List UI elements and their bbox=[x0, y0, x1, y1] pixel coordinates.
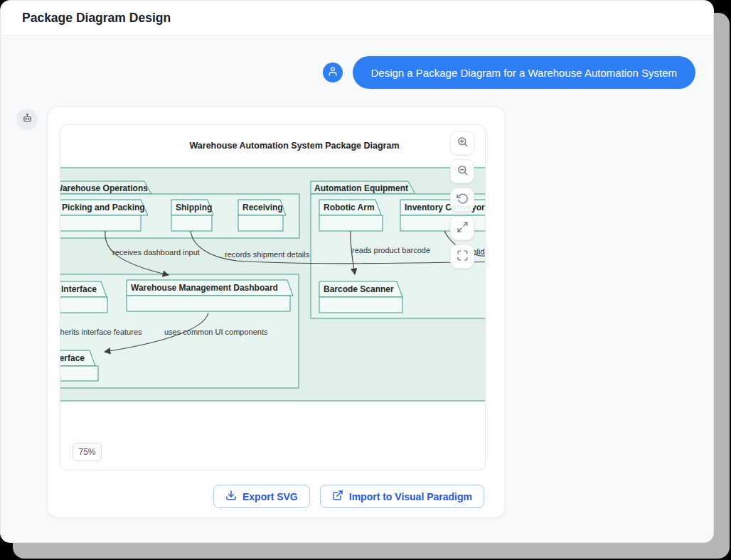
package-label: Warehouse Operations bbox=[60, 183, 148, 193]
package-picking-and-packing: Picking and Packing bbox=[60, 200, 148, 231]
fullscreen-button[interactable] bbox=[450, 216, 474, 240]
import-visual-paradigm-button[interactable]: Import to Visual Paradigm bbox=[320, 485, 484, 508]
package-label: Robotic Arm bbox=[324, 203, 375, 212]
user-message-row: Design a Package Diagram for a Warehouse… bbox=[323, 56, 696, 89]
package-label: Interface bbox=[60, 353, 85, 363]
reset-view-button[interactable] bbox=[450, 188, 474, 212]
package-diagram: Warehouse Automation System Package Diag… bbox=[60, 125, 486, 470]
user-avatar bbox=[323, 63, 343, 82]
edge-label-records: records shipment details bbox=[225, 250, 310, 259]
edge-label-uses: uses common UI components bbox=[164, 328, 268, 336]
package-barcode-scanner: Barcode Scanner bbox=[319, 281, 402, 313]
fullscreen-icon bbox=[457, 221, 469, 236]
zoom-in-button[interactable] bbox=[450, 131, 474, 155]
package-label: Receiving bbox=[242, 203, 283, 212]
export-svg-button[interactable]: Export SVG bbox=[213, 485, 310, 508]
bot-response-card: Warehouse Automation System Package Diag… bbox=[47, 106, 506, 518]
page-title: Package Diagram Design bbox=[22, 11, 171, 26]
package-warehouse-management-dashboard: Warehouse Management Dashboard bbox=[127, 280, 293, 311]
zoom-out-button[interactable] bbox=[450, 159, 474, 183]
package-label: Warehouse Management Dashboard bbox=[131, 283, 278, 293]
fit-view-button[interactable] bbox=[450, 244, 474, 269]
zoom-in-icon bbox=[457, 136, 469, 151]
export-svg-label: Export SVG bbox=[242, 491, 298, 502]
zoom-controls bbox=[450, 131, 474, 269]
chat-content-area: Design a Package Diagram for a Warehouse… bbox=[1, 36, 713, 543]
bot-avatar bbox=[16, 109, 38, 130]
edge-label-receives: receives dashboard input bbox=[112, 248, 200, 257]
diagram-title: Warehouse Automation System Package Diag… bbox=[190, 141, 400, 151]
import-visual-paradigm-label: Import to Visual Paradigm bbox=[349, 491, 472, 502]
external-link-icon bbox=[332, 490, 343, 503]
app-window: Package Diagram Design Design a Package … bbox=[0, 0, 714, 543]
package-shipping: Shipping bbox=[171, 200, 213, 231]
package-label: Automation Equipment bbox=[314, 183, 408, 193]
zoom-out-icon bbox=[457, 164, 469, 179]
diagram-canvas[interactable]: Warehouse Automation System Package Diag… bbox=[60, 124, 486, 470]
package-interface-top: Interface bbox=[60, 281, 107, 313]
package-label: Shipping bbox=[176, 203, 212, 212]
edge-label-reads: reads product barcode bbox=[352, 246, 430, 254]
download-icon bbox=[225, 490, 237, 503]
user-icon bbox=[327, 65, 338, 80]
user-message-bubble: Design a Package Diagram for a Warehouse… bbox=[353, 56, 696, 89]
package-robotic-arm: Robotic Arm bbox=[319, 200, 383, 231]
reset-view-icon bbox=[457, 193, 469, 208]
zoom-level-badge: 75% bbox=[73, 443, 102, 461]
package-label: Barcode Scanner bbox=[324, 284, 394, 294]
diagram-actions: Export SVG Import to Visual Paradigm bbox=[213, 485, 484, 508]
robot-icon bbox=[21, 112, 33, 127]
edge-label-inherits: inherits interface features bbox=[60, 328, 142, 336]
package-label: Picking and Packing bbox=[62, 203, 145, 212]
package-receiving: Receiving bbox=[238, 200, 286, 231]
fit-view-icon bbox=[457, 249, 469, 264]
app-header: Package Diagram Design bbox=[1, 1, 713, 36]
package-label: Interface bbox=[61, 284, 97, 294]
